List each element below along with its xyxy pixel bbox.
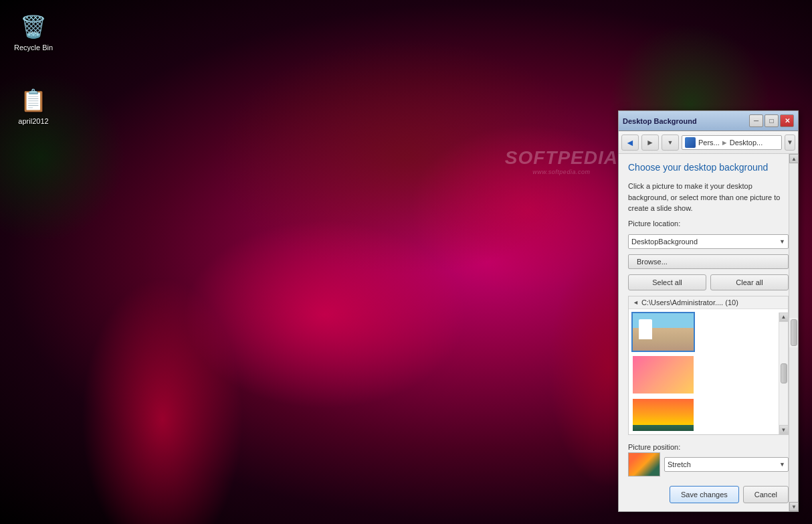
main-scroll-thumb[interactable] <box>791 319 797 346</box>
address-part1: Pers... <box>698 139 720 147</box>
cancel-button[interactable]: Cancel <box>743 486 789 503</box>
group-header-label: C:\Users\Administrator.... (10) <box>641 298 738 307</box>
forward-button[interactable]: ► <box>641 135 659 151</box>
back-button[interactable]: ◄ <box>621 135 639 151</box>
thumb-group-header: ◄ C:\Users\Administrator.... (10) <box>629 296 788 309</box>
thumb-scroll-down[interactable]: ▼ <box>779 425 789 434</box>
address-icon <box>685 137 696 148</box>
thumb-scroll-thumb[interactable] <box>781 363 787 383</box>
main-scroll-up[interactable]: ▲ <box>789 154 799 163</box>
thumb-desert-image <box>633 313 694 351</box>
address-part2: Desktop... <box>730 139 763 147</box>
recycle-bin-label: Recycle Bin <box>14 43 53 52</box>
thumb-sunset-image <box>633 399 694 432</box>
thumbnail-item-desert[interactable] <box>631 312 695 352</box>
picture-location-row: DesktopBackground ▼ <box>628 234 789 249</box>
dialog-content: Choose your desktop background Click a p… <box>619 154 798 511</box>
main-scroll-down[interactable]: ▼ <box>789 502 799 511</box>
desktop-background-dialog: Desktop Background ─ □ ✕ ◄ ► ▼ Pers... ►… <box>618 110 799 512</box>
maximize-button[interactable]: □ <box>765 114 779 127</box>
bottom-buttons: Save changes Cancel <box>628 486 789 503</box>
recent-locations-button[interactable]: ▼ <box>662 135 679 151</box>
address-sep1: ► <box>721 139 728 147</box>
picture-position-section: Picture position: Stretch ▼ <box>628 443 789 476</box>
position-preview <box>628 452 660 476</box>
address-bar: ◄ ► ▼ Pers... ► Desktop... ▼ <box>619 131 798 154</box>
picture-position-value: Stretch <box>668 460 691 468</box>
address-path[interactable]: Pers... ► Desktop... <box>682 135 782 150</box>
title-bar: Desktop Background ─ □ ✕ <box>619 111 798 131</box>
dialog-description: Click a picture to make it your desktop … <box>628 181 789 214</box>
recycle-bin-image: 🗑️ <box>20 13 47 40</box>
thumb-cartoon-image <box>633 356 694 394</box>
desktop-background: SOFTPEDIA www.softpedia.com 🗑️ Recycle B… <box>0 0 812 524</box>
position-preview-image <box>629 453 659 476</box>
picture-position-row: Stretch ▼ <box>628 452 789 476</box>
thumbnail-container: ◄ C:\Users\Administrator.... (10) <box>628 296 789 436</box>
recycle-bin-icon[interactable]: 🗑️ Recycle Bin <box>10 13 57 52</box>
picture-location-dropdown[interactable]: DesktopBackground ▼ <box>628 234 789 249</box>
april2012-image: 📋 <box>20 87 47 114</box>
address-dropdown-button[interactable]: ▼ <box>785 135 795 151</box>
picture-position-dropdown[interactable]: Stretch ▼ <box>664 457 789 472</box>
thumb-scroll-up[interactable]: ▲ <box>779 313 789 322</box>
april2012-label: april2012 <box>18 116 48 126</box>
picture-position-label: Picture position: <box>628 443 789 451</box>
save-changes-button[interactable]: Save changes <box>670 486 739 503</box>
select-all-button[interactable]: Select all <box>628 274 706 290</box>
dropdown-arrow-icon: ▼ <box>779 238 785 245</box>
minimize-button[interactable]: ─ <box>749 114 763 127</box>
picture-location-value: DesktopBackground <box>631 238 698 246</box>
april2012-icon[interactable]: 📋 april2012 <box>10 87 57 126</box>
picture-location-label: Picture location: <box>628 220 789 228</box>
position-dropdown-arrow-icon: ▼ <box>779 461 785 468</box>
main-scrollbar: ▲ ▼ <box>789 154 798 511</box>
close-button[interactable]: ✕ <box>780 114 794 127</box>
thumbnail-item-cartoon[interactable] <box>631 355 695 395</box>
select-clear-row: Select all Clear all <box>628 274 789 290</box>
browse-button-row: Browse... <box>628 254 789 269</box>
thumb-scroll-area <box>629 309 788 432</box>
group-arrow-icon: ◄ <box>633 299 639 306</box>
thumbnail-scrollbar: ▲ ▼ <box>779 313 788 435</box>
title-bar-title: Desktop Background <box>623 117 748 125</box>
dialog-heading: Choose your desktop background <box>628 162 789 173</box>
browse-button[interactable]: Browse... <box>628 254 789 269</box>
clear-all-button[interactable]: Clear all <box>710 274 789 290</box>
thumbnail-item-sunset[interactable] <box>631 398 695 432</box>
